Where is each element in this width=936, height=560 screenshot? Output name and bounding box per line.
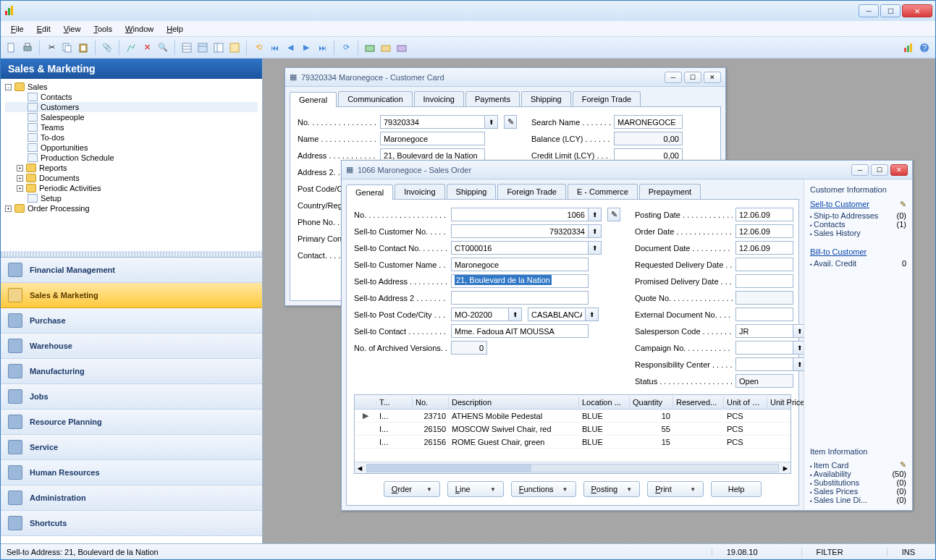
info-link[interactable]: Contacts xyxy=(810,220,845,229)
so-close-button[interactable]: ✕ xyxy=(890,164,908,176)
nav-group[interactable]: Shortcuts xyxy=(1,511,262,536)
menu-file[interactable]: File xyxy=(5,23,30,35)
line-button[interactable]: Line▼ xyxy=(447,481,504,497)
field-input[interactable] xyxy=(735,341,793,355)
field-input[interactable] xyxy=(380,115,485,129)
grid-col-header[interactable]: Reserved... xyxy=(673,396,724,408)
tb-list4-icon[interactable] xyxy=(228,41,241,54)
menu-edit[interactable]: Edit xyxy=(31,23,56,35)
grid-header[interactable]: T...No.DescriptionLocation ...QuantityRe… xyxy=(355,395,790,410)
tab[interactable]: Payments xyxy=(465,91,520,106)
tb-insert-icon[interactable] xyxy=(125,41,138,54)
menu-window[interactable]: Window xyxy=(119,23,159,35)
nav-group[interactable]: Financial Management xyxy=(1,258,262,283)
order-button[interactable]: Order▼ xyxy=(384,481,440,497)
status-filter[interactable]: FILTER xyxy=(801,548,858,556)
tb-nav-last-icon[interactable]: ⏭ xyxy=(316,41,329,54)
lookup-button[interactable]: ⬆ xyxy=(589,224,602,238)
print-button[interactable]: Print▼ xyxy=(647,481,704,497)
assist-edit-button[interactable]: ✎ xyxy=(607,208,620,221)
tree-item[interactable]: To-dos xyxy=(5,132,258,143)
posting-button[interactable]: Posting▼ xyxy=(583,481,641,497)
tree-item[interactable]: +Order Processing xyxy=(5,203,258,213)
grid-col-header[interactable]: Description xyxy=(449,396,579,408)
help-button[interactable]: Help xyxy=(711,481,762,497)
tb-delete-icon[interactable]: ✕ xyxy=(140,41,153,54)
tb-refresh-icon[interactable]: ⟳ xyxy=(340,41,353,54)
lookup-button[interactable]: ⬆ xyxy=(589,241,602,255)
field-input[interactable] xyxy=(528,307,586,321)
tree-item[interactable]: Production Schedule xyxy=(5,153,258,163)
field-input[interactable] xyxy=(735,307,793,321)
tree-item[interactable]: Setup xyxy=(5,193,258,203)
nav-splitter[interactable] xyxy=(1,251,262,257)
info-row[interactable]: Avail. Credit0 xyxy=(810,259,906,268)
nav-group[interactable]: Resource Planning xyxy=(1,410,262,435)
grid-col-header[interactable]: Quantity xyxy=(630,396,673,408)
tb-nav-back-icon[interactable]: ⟲ xyxy=(252,41,265,54)
menu-view[interactable]: View xyxy=(58,23,87,35)
grid-row[interactable]: I...26156ROME Guest Chair, greenBLUE15PC… xyxy=(355,436,790,449)
customer-card-titlebar[interactable]: ▦ 79320334 Maronegoce - Customer Card ─ … xyxy=(285,68,725,87)
bill-to-customer-link[interactable]: Bill-to Customer xyxy=(810,247,906,256)
field-input[interactable] xyxy=(451,291,589,305)
grid-hscrollbar[interactable]: ◄ ► xyxy=(355,462,790,473)
tb-nav-prev-icon[interactable]: ◀ xyxy=(284,41,297,54)
functions-button[interactable]: Functions▼ xyxy=(511,481,576,497)
lookup-button[interactable]: ⬆ xyxy=(589,208,602,221)
lookup-button[interactable]: ⬆ xyxy=(509,307,522,321)
info-row[interactable]: Ship-to Addresses(0) xyxy=(810,211,906,220)
info-row[interactable]: Sales Prices(0) xyxy=(810,487,906,496)
tab[interactable]: Foreign Trade xyxy=(497,184,565,199)
tb-find-icon[interactable]: 🔍 xyxy=(156,41,169,54)
close-button[interactable]: ✕ xyxy=(902,4,932,17)
tab[interactable]: Invoicing xyxy=(414,91,464,106)
tab[interactable]: Communication xyxy=(338,91,412,106)
tree-item[interactable]: Teams xyxy=(5,122,258,132)
tb-new-icon[interactable] xyxy=(5,41,18,54)
tree-twisty-icon[interactable]: - xyxy=(5,84,12,90)
nav-group[interactable]: Warehouse xyxy=(1,334,262,359)
menu-help[interactable]: Help xyxy=(161,23,189,35)
tb-list1-icon[interactable] xyxy=(180,41,193,54)
field-input[interactable] xyxy=(451,324,589,338)
nav-group[interactable]: Human Resources xyxy=(1,460,262,485)
sales-order-titlebar[interactable]: ▦ 1066 Maronegoce - Sales Order ─ ☐ ✕ xyxy=(342,161,912,179)
info-link[interactable]: Availability xyxy=(810,470,851,478)
field-input[interactable] xyxy=(735,224,793,238)
assist-edit-button[interactable]: ✎ xyxy=(504,115,517,129)
tab[interactable]: Foreign Trade xyxy=(573,91,641,106)
info-link[interactable]: Avail. Credit xyxy=(810,259,856,268)
tb-export1-icon[interactable] xyxy=(363,41,376,54)
info-row[interactable]: Availability(50) xyxy=(810,470,906,478)
tab[interactable]: Shipping xyxy=(447,184,497,199)
pencil-icon[interactable]: ✎ xyxy=(900,460,906,470)
info-link[interactable]: Sales Prices xyxy=(810,487,858,496)
grid-row[interactable]: ▶I...23710ATHENS Mobile PedestalBLUE10PC… xyxy=(355,410,790,423)
tree-item[interactable]: Customers xyxy=(5,102,258,112)
nav-group[interactable]: Service xyxy=(1,435,262,460)
menu-tools[interactable]: Tools xyxy=(88,23,118,35)
tb-cut-icon[interactable]: ✂ xyxy=(45,41,58,54)
cc-maximize-button[interactable]: ☐ xyxy=(684,72,701,83)
tree-item[interactable]: Opportunities xyxy=(5,143,258,153)
tb-export2-icon[interactable] xyxy=(379,41,392,54)
nav-tree[interactable]: -SalesContactsCustomersSalespeopleTeamsT… xyxy=(1,79,262,251)
tree-twisty-icon[interactable]: + xyxy=(17,175,23,182)
field-input[interactable] xyxy=(735,208,793,221)
tab[interactable]: General xyxy=(346,184,393,200)
sales-lines-grid[interactable]: T...No.DescriptionLocation ...QuantityRe… xyxy=(354,394,791,474)
nav-group[interactable]: Purchase xyxy=(1,308,262,334)
field-input[interactable] xyxy=(451,208,589,221)
tree-item[interactable]: +Periodic Activities xyxy=(5,183,258,193)
field-input[interactable] xyxy=(380,132,485,145)
info-row[interactable]: Item Card✎ xyxy=(810,460,906,470)
info-row[interactable]: Sales History xyxy=(810,229,906,237)
tb-nav-next-icon[interactable]: ▶ xyxy=(300,41,313,54)
info-link[interactable]: Ship-to Addresses xyxy=(810,211,878,220)
field-input[interactable] xyxy=(451,224,589,238)
tree-twisty-icon[interactable]: + xyxy=(17,185,23,192)
tb-list2-icon[interactable] xyxy=(196,41,209,54)
info-row[interactable]: Substitutions(0) xyxy=(810,478,906,487)
grid-col-header[interactable]: No. xyxy=(413,396,449,408)
